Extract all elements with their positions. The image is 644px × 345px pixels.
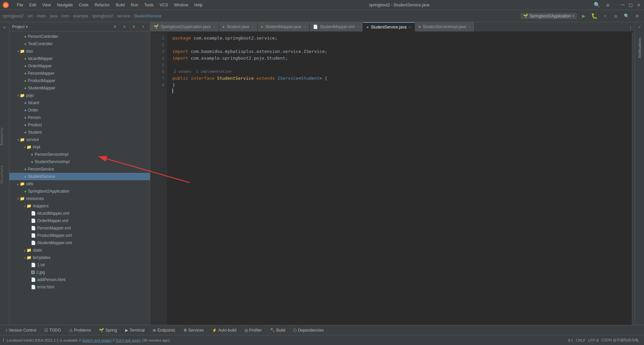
tree-item-ordermapper[interactable]: ● OrderMapper <box>9 62 150 70</box>
code-area[interactable]: package com.example.springboot2.service;… <box>167 32 632 325</box>
sidebar-project-icon[interactable]: P <box>1 23 9 31</box>
tree-item-personmapper[interactable]: ● PersonMapper <box>9 70 150 77</box>
search-everywhere-btn[interactable]: 🔍 <box>593 1 601 9</box>
project-collapse-all[interactable]: ≡ <box>111 23 119 31</box>
breadcrumb-com[interactable]: com <box>61 14 69 18</box>
debug-button[interactable]: 🐛 <box>590 12 598 20</box>
tree-item-utils[interactable]: 📁 utils <box>9 180 150 188</box>
tab-student[interactable]: ● Student.java ✕ <box>219 22 258 31</box>
tree-item-idcard[interactable]: ● Idcard <box>9 99 150 107</box>
endpoints-btn[interactable]: ⊕ Endpoints <box>150 327 178 333</box>
terminal-btn[interactable]: ▶ Terminal <box>122 327 147 333</box>
project-settings[interactable]: ⚙ <box>130 23 138 31</box>
autobuild-btn[interactable]: ⚡ Auto-build <box>209 327 239 333</box>
menu-navigate[interactable]: Navigate <box>54 2 75 8</box>
close-button[interactable]: ✕ <box>636 2 641 8</box>
notif-switch-link[interactable]: Switch and restart <box>82 338 111 342</box>
project-scroll-from-source[interactable]: ⊙ <box>120 23 128 31</box>
tree-item-service[interactable]: 📁 service <box>9 136 150 143</box>
tree-item-resources[interactable]: 📁 resources <box>9 195 150 202</box>
tree-item-mappers[interactable]: 📁 mappers <box>9 202 150 210</box>
tab-close-studentservice[interactable]: ✕ <box>409 25 411 29</box>
tree-item-studentmapper[interactable]: ● StudentMapper <box>9 84 150 92</box>
menu-refactor[interactable]: Refactor <box>92 2 112 8</box>
notif-dont-ask-link[interactable]: Don't ask again <box>116 338 141 342</box>
services-btn[interactable]: ⚙ Services <box>181 327 207 333</box>
tree-item-studentserviceimpl[interactable]: ● StudentServiceImpl <box>9 158 150 165</box>
editor-check-icon[interactable]: ✓ <box>638 23 641 30</box>
tree-item-idcardmapperxml[interactable]: 📄 IdcardMapper.xml <box>9 210 150 217</box>
breadcrumb-example[interactable]: example <box>73 14 88 18</box>
project-dropdown-icon[interactable]: ▾ <box>26 24 28 29</box>
editor-vscrollbar[interactable] <box>632 32 635 325</box>
menu-window[interactable]: Window <box>171 2 191 8</box>
tree-item-static[interactable]: 📁 static <box>9 247 150 254</box>
tab-close-studentmapper[interactable]: ✕ <box>303 25 306 29</box>
tree-item-productmapperxml[interactable]: 📄 ProductMapper.xml <box>9 232 150 239</box>
dependencies-btn[interactable]: ⬡ Dependencies <box>290 327 326 333</box>
menu-view[interactable]: View <box>40 2 54 8</box>
tab-close-springboot2app[interactable]: ✕ <box>213 25 215 29</box>
tree-item-product[interactable]: ● Product <box>9 121 150 129</box>
menu-tools[interactable]: Tools <box>142 2 156 8</box>
run-button[interactable]: ▶ <box>580 12 588 20</box>
breadcrumb-java[interactable]: java <box>50 14 57 18</box>
tree-item-idcardmapper[interactable]: ● IdcardMapper <box>9 55 150 62</box>
menu-code[interactable]: Code <box>76 2 91 8</box>
tab-studentmapper[interactable]: ● StudentMapper.java ✕ <box>258 22 310 31</box>
tree-item-springboot2app[interactable]: ● Springboot2Application <box>9 188 150 195</box>
tree-item-personcontroller[interactable]: ● PersonController <box>9 33 150 40</box>
problems-btn[interactable]: ⚠ Problems <box>66 327 94 333</box>
profile-button[interactable]: ◎ <box>612 12 620 20</box>
tree-item-pojo[interactable]: 📁 pojo <box>9 92 150 99</box>
todo-btn[interactable]: ☑ TODO <box>42 327 63 333</box>
tree-item-templates[interactable]: 📁 templates <box>9 254 150 261</box>
tree-item-addpersonhtml[interactable]: 📄 addPerson.html <box>9 276 150 283</box>
bookmarks-tab[interactable]: Bookmarks <box>0 127 7 145</box>
maximize-button[interactable]: □ <box>628 2 633 8</box>
tree-item-studentservice[interactable]: ● StudentService <box>9 173 150 180</box>
breadcrumb-main[interactable]: main <box>37 14 46 18</box>
notifications-tab[interactable]: Notifications <box>638 38 642 58</box>
breadcrumb-service[interactable]: service <box>117 14 130 18</box>
structure-tab[interactable]: Structure <box>0 165 7 184</box>
version-control-btn[interactable]: ↕ Version Control <box>3 327 39 333</box>
tree-item-personserviceimpl[interactable]: ● PersonServiceImpl <box>9 151 150 158</box>
tree-item-student[interactable]: ● Student <box>9 129 150 136</box>
tree-item-dao[interactable]: 📁 dao <box>9 48 150 55</box>
tree-item-2jpg[interactable]: 🖼 2.jpg <box>9 269 150 276</box>
tree-item-testcontroller[interactable]: ● TestController <box>9 40 150 48</box>
search-button[interactable]: 🔍 <box>623 12 631 20</box>
settings-toolbar-button[interactable]: ⚙ <box>633 12 641 20</box>
status-encoding[interactable]: UTF-8 <box>588 338 598 342</box>
tree-item-personservice[interactable]: ● PersonService <box>9 165 150 173</box>
breadcrumb-project[interactable]: springboot2 <box>3 14 24 18</box>
tab-springboot2app[interactable]: 🌱 Springboot2Application.java ✕ <box>150 22 219 31</box>
run-config-selector[interactable]: 🌱 Springboot2Application ▾ <box>521 13 577 19</box>
settings-btn[interactable]: ⚙ <box>604 1 612 9</box>
menu-vcs[interactable]: VCS <box>157 2 171 8</box>
minimize-button[interactable]: ─ <box>620 2 625 8</box>
menu-edit[interactable]: Edit <box>26 2 39 8</box>
menu-file[interactable]: File <box>14 2 26 8</box>
menu-help[interactable]: Help <box>192 2 205 8</box>
tree-item-ordermapperxml[interactable]: 📄 OrderMapper.xml <box>9 217 150 224</box>
tree-item-errorhtml[interactable]: 📄 error.html <box>9 283 150 291</box>
build-btn[interactable]: 🔨 Build <box>267 327 288 333</box>
profiler-btn[interactable]: ◎ Profiler <box>242 327 265 333</box>
editor-content[interactable]: 1 2 3 4 5 ⊕ 6 7 8 package com.example.sp… <box>150 32 635 325</box>
tab-close-studentserviceimpl[interactable]: ✕ <box>468 25 471 29</box>
tab-studentmapperxml[interactable]: 📄 StudentMapper.xml ✕ <box>310 22 363 31</box>
tree-item-studentmapperxml[interactable]: 📄 StudentMapper.xml <box>9 239 150 247</box>
coverage-button[interactable]: ⚡ <box>601 12 609 20</box>
tree-item-order[interactable]: ● Order <box>9 107 150 114</box>
spring-btn[interactable]: 🌱 Spring <box>96 327 120 333</box>
tabs-more-btn[interactable]: ⋮ <box>627 23 635 31</box>
breadcrumb-sb2[interactable]: springboot2 <box>92 14 113 18</box>
tab-studentservice[interactable]: ● StudentService.java ✕ <box>363 22 415 31</box>
tree-item-productmapper[interactable]: ● ProductMapper <box>9 77 150 84</box>
menu-build[interactable]: Build <box>113 2 127 8</box>
tree-item-1txt[interactable]: 📄 1.txt <box>9 261 150 269</box>
tab-close-studentmapperxml[interactable]: ✕ <box>357 25 359 29</box>
tab-studentserviceimpl[interactable]: ● StudentServiceImpl.java ✕ <box>415 22 475 31</box>
